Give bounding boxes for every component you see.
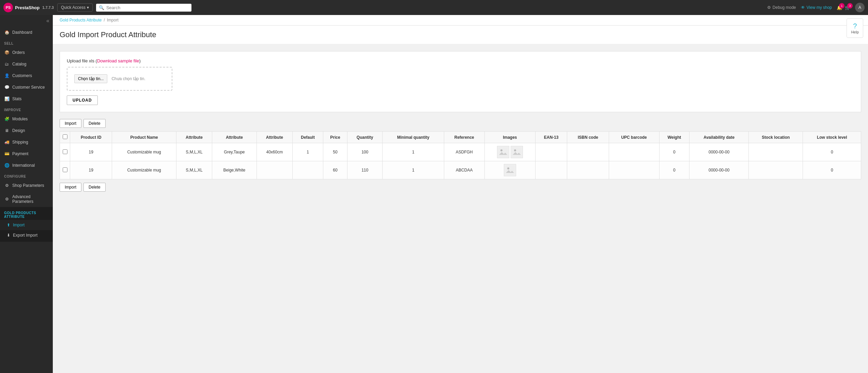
th-quantity: Quantity — [347, 132, 383, 143]
th-ean13: EAN-13 — [535, 132, 567, 143]
help-button[interactable]: ? Help — [847, 18, 863, 38]
page-header: Gold Import Product Attribute — [53, 26, 868, 44]
cell-attribute-3: 40x60cm — [257, 143, 293, 161]
cell-product-id: 19 — [70, 143, 112, 161]
quick-access-button[interactable]: Quick Access ▾ — [57, 3, 93, 12]
breadcrumb-parent[interactable]: Gold Products Attribute — [60, 18, 102, 23]
download-sample-link[interactable]: Download sample file — [97, 58, 139, 63]
cell-attribute-2: Beige,White — [212, 161, 257, 179]
sidebar-item-label: Stats — [12, 96, 21, 101]
th-reference: Reference — [444, 132, 484, 143]
sidebar-item-label: Dashboard — [12, 30, 32, 35]
sidebar-item-payment[interactable]: 💳 Payment — [0, 148, 53, 160]
row-checkbox[interactable] — [63, 149, 67, 154]
file-name-display: Chưa chọn tập tin. — [111, 76, 145, 81]
sidebar-item-shop-parameters[interactable]: ⚙ Shop Parameters — [0, 180, 53, 191]
breadcrumb: Gold Products Attribute / Import — [53, 15, 868, 26]
th-price: Price — [323, 132, 347, 143]
cell-reference: ABCDAA — [444, 161, 484, 179]
search-icon: 🔍 — [99, 5, 104, 10]
sidebar-item-label: Customer Service — [12, 85, 45, 90]
sidebar-item-customers[interactable]: 👤 Customers — [0, 70, 53, 81]
row-checkbox[interactable] — [63, 167, 67, 172]
th-product-name: Product Name — [112, 132, 176, 143]
content-area: Upload file xls (Download sample file) C… — [53, 44, 868, 202]
help-icon: ? — [851, 22, 859, 30]
logo: PS PrestaShop 1.7.7.3 — [3, 3, 54, 12]
cell-reference: ASDFGH — [444, 143, 484, 161]
import-button-top[interactable]: Import — [60, 119, 81, 128]
debug-mode-btn[interactable]: ⚙ Debug mode — [767, 5, 796, 10]
notification-bell-icon[interactable]: 🔔 1 — [837, 5, 842, 10]
select-all-checkbox[interactable] — [63, 134, 67, 139]
table-row: 19Customizable mugS,M,L,XLBeige,White601… — [60, 161, 861, 179]
sidebar-item-modules[interactable]: 🧩 Modules — [0, 113, 53, 125]
sidebar-item-catalog[interactable]: 🗂 Catalog — [0, 58, 53, 70]
cell-images — [484, 143, 535, 161]
sidebar-item-stats[interactable]: 📊 Stats — [0, 93, 53, 105]
sidebar-collapse-button[interactable]: « — [46, 18, 49, 24]
import-icon: ⬆ — [7, 223, 10, 227]
th-attribute-2: Attribute — [212, 132, 257, 143]
sidebar-item-import[interactable]: ⬆ Import — [0, 220, 53, 230]
sidebar-item-orders[interactable]: 📦 Orders — [0, 47, 53, 58]
table-actions-top: Import Delete — [60, 119, 861, 128]
upload-label: Upload file xls (Download sample file) — [67, 58, 854, 63]
sidebar-item-advanced-parameters[interactable]: ⚙ Advanced Parameters — [0, 191, 53, 207]
th-images: Images — [484, 132, 535, 143]
upload-button[interactable]: UPLOAD — [67, 95, 98, 105]
product-thumbnail — [504, 164, 516, 176]
stats-icon: 📊 — [4, 96, 10, 102]
cell-availability-date: 0000-00-00 — [689, 161, 749, 179]
delete-button-top[interactable]: Delete — [83, 119, 106, 128]
file-choose-button[interactable]: Chọn tập tin... — [74, 74, 107, 83]
cell-images — [484, 161, 535, 179]
delete-button-bottom[interactable]: Delete — [83, 183, 106, 192]
cell-quantity: 100 — [347, 143, 383, 161]
cell-product-name: Customizable mug — [112, 161, 176, 179]
th-attribute-1: Attribute — [176, 132, 212, 143]
th-availability-date: Availability date — [689, 132, 749, 143]
table-actions-bottom: Import Delete — [60, 183, 861, 192]
cell-attribute-1: S,M,L,XL — [176, 143, 212, 161]
cell-weight: 0 — [659, 143, 689, 161]
th-low-stock-level: Low stock level — [803, 132, 861, 143]
modules-icon: 🧩 — [4, 116, 10, 122]
dashboard-icon: 🏠 — [4, 30, 10, 35]
cell-ean13 — [535, 161, 567, 179]
sidebar-item-customer-service[interactable]: 💬 Customer Service — [0, 81, 53, 93]
cell-isbn-code — [567, 143, 609, 161]
topbar: PS PrestaShop 1.7.7.3 Quick Access ▾ 🔍 ⚙… — [0, 0, 868, 15]
sidebar-item-export-import[interactable]: ⬇ Export Import — [0, 230, 53, 240]
view-shop-btn[interactable]: 👁 View my shop — [801, 5, 832, 10]
topbar-right: ⚙ Debug mode 👁 View my shop 🔔 1 🛒 3 A — [767, 3, 865, 12]
cell-upc-barcode — [609, 161, 659, 179]
sidebar-item-label: Orders — [12, 50, 25, 55]
payment-icon: 💳 — [4, 151, 10, 156]
sidebar-item-design[interactable]: 🖥 Design — [0, 125, 53, 136]
sidebar-item-label: Catalog — [12, 62, 26, 66]
cell-quantity: 110 — [347, 161, 383, 179]
sidebar-item-shipping[interactable]: 🚚 Shipping — [0, 136, 53, 148]
data-table: Product ID Product Name Attribute Attrib… — [60, 131, 861, 179]
notification-cart-icon[interactable]: 🛒 3 — [845, 5, 850, 10]
th-default: Default — [293, 132, 323, 143]
cell-default: 1 — [293, 143, 323, 161]
import-button-bottom[interactable]: Import — [60, 183, 81, 192]
svg-point-5 — [507, 167, 509, 169]
sidebar-section-gold: GOLD PRODUCTS ATTRIBUTE — [0, 208, 53, 220]
cell-stock-location — [749, 161, 803, 179]
sidebar-item-international[interactable]: 🌐 International — [0, 160, 53, 171]
cell-low-stock-level: 0 — [803, 143, 861, 161]
avatar[interactable]: A — [855, 3, 865, 12]
sidebar-item-dashboard[interactable]: 🏠 Dashboard — [0, 27, 53, 38]
eye-icon: 👁 — [801, 5, 805, 10]
search-input[interactable] — [106, 5, 189, 10]
orders-icon: 📦 — [4, 50, 10, 55]
th-upc-barcode: UPC barcode — [609, 132, 659, 143]
cell-weight: 0 — [659, 161, 689, 179]
design-icon: 🖥 — [4, 128, 10, 133]
catalog-icon: 🗂 — [4, 61, 10, 67]
th-checkbox — [60, 132, 70, 143]
cell-upc-barcode — [609, 143, 659, 161]
